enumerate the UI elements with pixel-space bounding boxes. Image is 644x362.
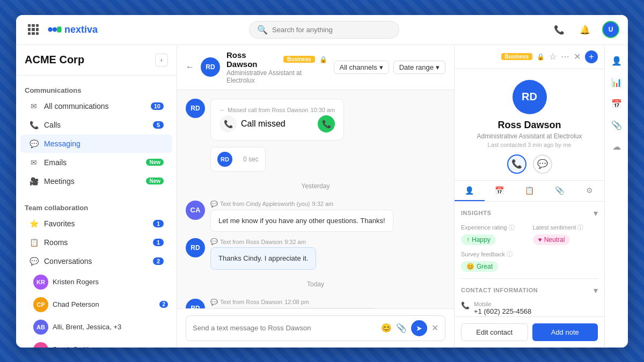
tab-list[interactable]: 📋 (515, 181, 545, 201)
toolbar-calendar-icon[interactable]: 📅 (607, 94, 626, 114)
toolbar-cloud-icon[interactable]: ☁ (607, 137, 626, 157)
add-button[interactable]: + (585, 50, 598, 63)
insights-header: INSIGHTS ▾ (461, 208, 598, 218)
clear-icon[interactable]: ✕ (431, 323, 438, 333)
sidebar-item-calls[interactable]: 📞 Calls 5 (20, 116, 172, 134)
lock-icon: 🔒 (319, 56, 327, 63)
contact-avatar: RD (513, 80, 547, 114)
contact-last-contacted: Last contacted 3 min ago by me (488, 142, 572, 148)
conv-name: Chad Peterson (53, 300, 155, 308)
day-label-yesterday: Yesterday (186, 178, 445, 194)
tab-person[interactable]: 👤 (455, 181, 485, 201)
missed-call-card: ← Missed call from Ross Dawson 10:30 am … (210, 99, 344, 141)
callback-button[interactable]: 📞 (318, 115, 335, 132)
missed-call-icon: 📞 (219, 115, 237, 132)
message-bubble-wrap: 💬 Text from Ross Dawson 12:08 pm I just … (210, 299, 377, 308)
msg-time: 10:30 am (310, 107, 335, 113)
sidebar-item-all-communications[interactable]: ✉ All communications 10 (20, 97, 172, 115)
business-badge: Business (283, 56, 314, 63)
sidebar-header: ACME Corp ‹ (16, 45, 177, 76)
tab-attach[interactable]: 📎 (544, 181, 574, 201)
tab-settings[interactable]: ⚙ (574, 181, 604, 201)
conv-item-sarah[interactable]: SS Sarah Smith (16, 338, 177, 348)
sidebar-item-rooms[interactable]: 📋 Rooms 1 (20, 233, 172, 252)
sidebar-item-messaging[interactable]: 💬 Messaging (20, 135, 172, 153)
msg-meta-text: Text from Ross Dawson (220, 239, 282, 245)
insights-row: Experience rating ⓘ ↑ Happy Latest senti… (461, 224, 598, 245)
phone-action-button[interactable]: 📞 (507, 154, 526, 174)
voice-sender-avatar: RD (217, 152, 232, 167)
lock-icon: 🔒 (537, 53, 545, 61)
add-note-button[interactable]: Add note (532, 323, 598, 341)
conv-item-kristen[interactable]: KR Kristen Rogers (16, 271, 177, 293)
voice-message: RD 0 sec (210, 147, 266, 172)
company-name: ACME Corp (25, 54, 84, 66)
msg-meta-text: Missed call from Ross Dawson (228, 107, 308, 113)
tab-calendar[interactable]: 📅 (485, 181, 515, 201)
conversations-icon: 💬 (29, 256, 39, 266)
chat-input-area: 😊 📎 ➤ ✕ (177, 308, 454, 348)
sidebar-item-emails[interactable]: ✉ Emails New (20, 153, 172, 172)
apps-icon[interactable] (25, 21, 42, 38)
message-bubble-wrap: 💬 Text from Ross Dawson 9:32 am Thanks C… (210, 238, 316, 270)
user-avatar[interactable]: U (602, 21, 619, 38)
rp-bottom: Edit contact Add note (455, 316, 604, 348)
star-button[interactable]: ☆ (549, 51, 557, 62)
toolbar-chart-icon[interactable]: 📊 (607, 73, 626, 92)
sidebar-item-meetings[interactable]: 🎥 Meetings New (20, 172, 172, 190)
toolbar-person-icon[interactable]: 👤 (607, 51, 626, 71)
survey-label: Survey feedback ⓘ (461, 250, 598, 258)
chat-messages: RD ← Missed call from Ross Dawson 10:30 … (177, 90, 454, 308)
contact-info-collapse-icon[interactable]: ▾ (594, 285, 598, 295)
collapse-button[interactable]: ‹ (155, 54, 168, 67)
attach-icon[interactable]: 📎 (396, 323, 407, 333)
insights-collapse-icon[interactable]: ▾ (594, 208, 598, 218)
message-action-button[interactable]: 💬 (533, 154, 552, 174)
phone-icon[interactable]: 📞 (551, 21, 568, 38)
rp-business-badge: Business (501, 53, 532, 60)
bell-icon[interactable]: 🔔 (576, 21, 594, 38)
smile-icon: 😊 (466, 263, 474, 270)
calls-icon: 📞 (29, 120, 39, 130)
more-button[interactable]: ⋯ (561, 51, 569, 62)
send-button[interactable]: ➤ (411, 320, 427, 336)
chat-input[interactable] (193, 324, 377, 332)
nav-label: Messaging (44, 139, 164, 148)
missed-call-label: Call missed (241, 119, 286, 129)
chat-header-info: Ross Dawson Business 🔒 Administrative As… (226, 50, 327, 84)
top-bar: nextiva 🔍 📞 🔔 U (16, 15, 628, 45)
conv-name: Sarah Smith (53, 345, 168, 348)
conv-item-chad[interactable]: CP Chad Peterson 2 (16, 293, 177, 316)
conv-avatar: KR (33, 275, 48, 290)
channel-chevron-icon: ▾ (379, 63, 383, 71)
conv-name: Alli, Brent, Jessica, +3 (53, 323, 168, 331)
search-input[interactable] (272, 26, 391, 34)
voice-duration: 0 sec (243, 156, 259, 163)
contact-title: Administrative Assistant at Electrolux (226, 69, 327, 84)
emoji-icon[interactable]: 😊 (381, 323, 392, 333)
toolbar-attach-icon[interactable]: 📎 (607, 116, 626, 135)
channel-select[interactable]: All channels ▾ (334, 61, 389, 74)
msg-meta-text: Text from Cindy Applesworth (you) (220, 201, 310, 207)
sidebar-item-favorites[interactable]: ⭐ Favorites 1 (20, 215, 172, 233)
sidebar-item-conversations[interactable]: 💬 Conversations 2 (20, 252, 172, 270)
message-text: Thanks Cindy. I appreciate it. (218, 254, 308, 262)
back-button[interactable]: ← (186, 62, 194, 72)
nav-label: Rooms (44, 238, 148, 247)
nav-label: Emails (44, 158, 141, 167)
conv-avatar: AB (33, 320, 48, 335)
logo-text: nextiva (64, 24, 98, 35)
search-box[interactable]: 🔍 (249, 21, 399, 39)
phone-icon: 📞 (461, 301, 470, 309)
msg-time: 9:32 am (312, 201, 334, 207)
info-icon: ⓘ (507, 250, 513, 258)
msg-time: 12:08 pm (284, 299, 309, 305)
team-collaboration-label: Team collaboration (16, 200, 177, 214)
edit-contact-button[interactable]: Edit contact (461, 323, 528, 341)
conv-item-alli[interactable]: AB Alli, Brent, Jessica, +3 (16, 316, 177, 338)
close-button[interactable]: ✕ (574, 51, 581, 62)
day-label-today: Today (186, 276, 445, 292)
date-select[interactable]: Date range ▾ (393, 61, 445, 74)
msg-meta-text: Text from Ross Dawson (220, 299, 282, 305)
msg-meta: 💬 Text from Ross Dawson 12:08 pm (210, 299, 377, 306)
